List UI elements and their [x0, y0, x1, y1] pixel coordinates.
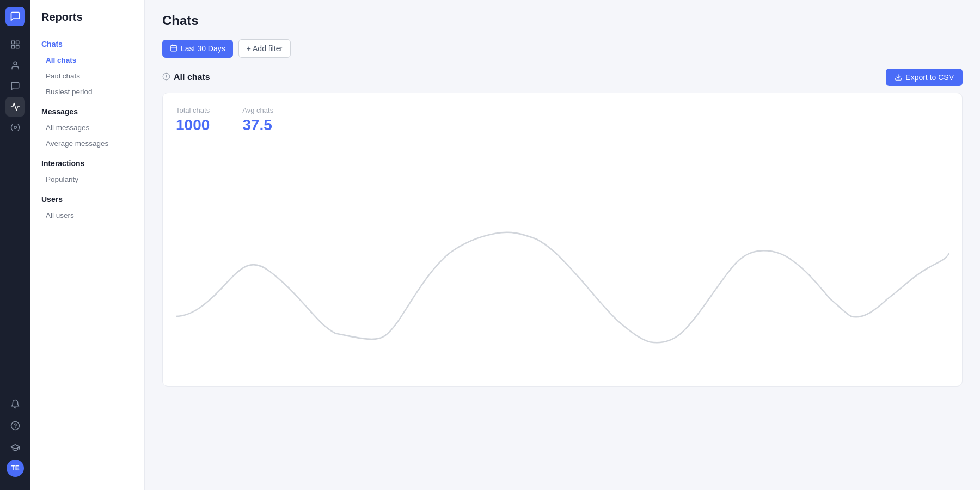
sidebar-section-interactions: Interactions	[30, 151, 144, 171]
main-content: Chats Last 30 Days + Add filter All chat…	[145, 0, 980, 490]
svg-rect-1	[16, 41, 19, 44]
reports-title: Reports	[30, 11, 144, 32]
line-chart	[176, 145, 949, 373]
export-icon	[895, 74, 902, 81]
home-icon[interactable]	[5, 35, 25, 54]
chart-area	[176, 145, 949, 373]
sidebar-item-all-chats[interactable]: All chats	[30, 52, 144, 68]
svg-point-4	[14, 62, 17, 65]
section-header-row: All chats Export to CSV	[162, 69, 963, 86]
svg-rect-0	[11, 41, 14, 44]
export-label: Export to CSV	[905, 73, 954, 82]
svg-rect-8	[171, 45, 177, 51]
learn-icon[interactable]	[5, 438, 25, 457]
sidebar-item-popularity[interactable]: Popularity	[30, 171, 144, 187]
sidebar-item-busiest-period[interactable]: Busiest period	[30, 84, 144, 100]
svg-point-5	[14, 126, 17, 129]
total-chats-value: 1000	[176, 117, 210, 134]
total-chats-label: Total chats	[176, 106, 210, 114]
add-filter-button[interactable]: + Add filter	[238, 39, 291, 58]
total-chats-stat: Total chats 1000	[176, 106, 210, 134]
avg-chats-stat: Avg chats 37.5	[242, 106, 273, 134]
export-csv-button[interactable]: Export to CSV	[886, 69, 963, 86]
sidebar-section-messages: Messages	[30, 100, 144, 120]
sidebar-item-all-messages[interactable]: All messages	[30, 120, 144, 136]
sidebar-item-chats[interactable]: Chats	[30, 32, 144, 52]
help-icon[interactable]	[5, 416, 25, 436]
last30-label: Last 30 Days	[181, 44, 225, 53]
left-nav-panel: Reports Chats All chats Paid chats Busie…	[30, 0, 145, 490]
last30-days-button[interactable]: Last 30 Days	[162, 40, 233, 58]
svg-rect-2	[16, 46, 19, 48]
sidebar-item-average-messages[interactable]: Average messages	[30, 136, 144, 151]
chat-nav-icon[interactable]	[5, 76, 25, 96]
section-title: All chats	[174, 72, 210, 82]
app-logo-icon[interactable]	[5, 7, 25, 26]
reports-nav-icon[interactable]	[5, 97, 25, 117]
avg-chats-value: 37.5	[242, 117, 273, 134]
chart-stats: Total chats 1000 Avg chats 37.5	[176, 106, 949, 134]
section-title-row: All chats	[162, 72, 210, 82]
users-icon[interactable]	[5, 56, 25, 75]
info-icon[interactable]	[162, 72, 170, 82]
sidebar-section-users: Users	[30, 187, 144, 207]
bell-icon[interactable]	[5, 394, 25, 414]
sidebar-item-all-users[interactable]: All users	[30, 207, 144, 223]
svg-rect-3	[11, 46, 14, 48]
user-avatar[interactable]: TE	[7, 460, 24, 477]
add-filter-label: + Add filter	[247, 44, 283, 53]
chart-card: Total chats 1000 Avg chats 37.5	[162, 93, 963, 387]
settings-nav-icon[interactable]	[5, 118, 25, 137]
page-title: Chats	[162, 13, 963, 28]
sidebar-item-paid-chats[interactable]: Paid chats	[30, 68, 144, 84]
avg-chats-label: Avg chats	[242, 106, 273, 114]
calendar-icon	[170, 44, 177, 53]
icon-sidebar: TE	[0, 0, 30, 490]
bottom-icons: TE	[5, 394, 25, 483]
filter-row: Last 30 Days + Add filter	[162, 39, 963, 58]
nav-icons	[5, 35, 25, 392]
